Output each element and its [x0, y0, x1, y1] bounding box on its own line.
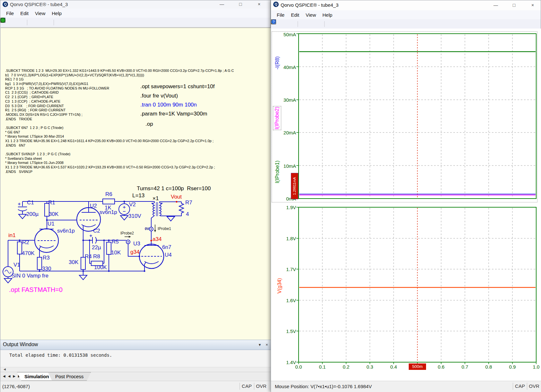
label-iprobe2[interactable]: IProbe2	[120, 231, 134, 235]
tab-first-icon[interactable]: ◀	[2, 374, 7, 379]
label-turns-ratio[interactable]: ×1	[153, 195, 159, 202]
label-r3-value[interactable]: 330	[42, 266, 51, 272]
capacitor-c2[interactable]	[90, 234, 97, 243]
capacitor-c1[interactable]	[18, 201, 27, 219]
collapse-icon[interactable]: ▾	[257, 342, 263, 348]
label-r4[interactable]: R4	[85, 253, 92, 260]
label-inductance[interactable]: L=13	[132, 192, 144, 199]
cursor-x-readout[interactable]: 500m	[409, 363, 426, 370]
label-c1[interactable]: C1	[27, 200, 34, 206]
label-r3[interactable]: R3	[43, 255, 50, 261]
output-window-header[interactable]: Output Window ▾ ×	[0, 340, 271, 350]
label-r5[interactable]: R5	[112, 239, 119, 245]
label-v1-value[interactable]: SIN 0 Vamp fre	[12, 273, 48, 279]
caps-indicator: CAP	[513, 383, 527, 390]
label-v2-value[interactable]: 310V	[128, 213, 141, 219]
x-tick: 0.8	[482, 364, 495, 370]
x-tick: 0.6	[435, 364, 448, 370]
tab-prev-icon[interactable]: ◀	[7, 374, 12, 379]
pane-selection-outline	[272, 31, 537, 202]
tab-next-icon[interactable]: ▶	[12, 374, 17, 379]
run-icon[interactable]	[71, 19, 78, 26]
close-icon[interactable]: ×	[254, 1, 265, 7]
overwrite-indicator: OVR	[254, 383, 268, 390]
maximize-icon[interactable]: □	[235, 1, 246, 7]
resistor-r4[interactable]	[79, 240, 87, 280]
label-r1-value[interactable]: 30K	[49, 211, 58, 217]
label-v1[interactable]: V1	[13, 262, 20, 268]
label-r2[interactable]: R2	[22, 239, 29, 246]
cursor-coordinates: (1276,-6087)	[2, 384, 30, 389]
net-label-g34[interactable]: g34	[130, 249, 139, 255]
open-file-icon[interactable]	[10, 19, 17, 26]
horizontal-scrollbar[interactable]: ◀	[0, 367, 271, 372]
label-r7-value[interactable]: 4	[186, 211, 189, 217]
minimize-icon[interactable]: —	[216, 1, 227, 7]
label-iprobe1[interactable]: IProbe1	[158, 226, 171, 231]
label-c2-value[interactable]: 22µ	[92, 244, 101, 251]
waveform-window[interactable]: Q Qorvo QSPICE® - tube4_3 — □ × File Edi…	[271, 0, 541, 392]
directive-fastmath[interactable]: .opt FASTMATH=0	[9, 286, 63, 294]
resistor-r3[interactable]	[37, 257, 42, 271]
signal-label-minus-ir8[interactable]: -I(R8)	[275, 56, 280, 70]
net-label-a34[interactable]: a34	[153, 236, 161, 243]
label-u4-model[interactable]: 6n7	[162, 244, 171, 251]
label-u1[interactable]: U1	[48, 221, 55, 227]
label-v2[interactable]: V2	[129, 201, 136, 208]
scroll-left-icon[interactable]: ◀	[4, 368, 6, 371]
source-v2[interactable]	[119, 201, 130, 220]
elapsed-time-text: Total elapsed time: 0.0131538 seconds.	[9, 353, 112, 358]
resistor-r6[interactable]	[103, 199, 115, 204]
resistor-r5[interactable]	[107, 240, 111, 271]
tab-post-process[interactable]: Post Process	[48, 372, 91, 381]
label-r7[interactable]: R7	[185, 200, 192, 206]
label-u1-model[interactable]: sv6n1p	[57, 228, 75, 234]
net-label-vout[interactable]: Vout	[171, 194, 182, 200]
resistor-r7[interactable]	[160, 202, 184, 221]
label-c2[interactable]: C2	[93, 228, 100, 234]
y-tick: 1.6V	[282, 298, 296, 303]
menu-edit[interactable]: Edit	[17, 10, 32, 17]
save-icon[interactable]	[18, 19, 25, 26]
label-r8[interactable]: R8	[93, 253, 100, 260]
schematic-window[interactable]: Q Qorvo QSPICE® - tube4_3 — □ × File Edi…	[0, 0, 271, 392]
label-r6-value[interactable]: 1K	[105, 205, 111, 211]
signal-label-iprobe2[interactable]: I(IProbe2)	[273, 106, 281, 130]
left-titlebar[interactable]: Q Qorvo QSPICE® - tube4_3 — □ ×	[0, 0, 270, 9]
signal-label-iprobe1[interactable]: I(IProbe1)	[275, 160, 280, 183]
label-u4[interactable]: U4	[165, 252, 172, 258]
menu-view[interactable]: View	[32, 10, 48, 17]
print-icon[interactable]	[56, 19, 63, 26]
cursor-y-readout[interactable]: 1.29811mA	[291, 173, 298, 199]
output-close-icon[interactable]: ×	[264, 342, 270, 348]
label-r2-value[interactable]: 470K	[22, 250, 35, 257]
y-tick: 30mA	[282, 97, 296, 103]
tab-bar: ◀ ◀ ▶ ▶ Simulation Post Process	[0, 372, 271, 381]
label-r8-value[interactable]: 100K	[94, 264, 107, 271]
label-r4-value[interactable]: 30K	[69, 259, 78, 266]
tube-u4[interactable]	[139, 244, 164, 271]
tube-u1[interactable]	[35, 229, 58, 257]
help-icon[interactable]: ?	[63, 19, 70, 26]
net-label-in1[interactable]: in1	[8, 232, 16, 239]
x-tick: 0.1	[316, 364, 329, 370]
label-transformer-params[interactable]: Turns=42 1 c=100p Rser=100	[137, 185, 211, 192]
transformer[interactable]	[152, 201, 181, 216]
resistor-r8[interactable]	[90, 240, 104, 266]
cut-icon[interactable]	[29, 19, 36, 26]
label-u3[interactable]: U3	[133, 241, 140, 247]
label-c1-value[interactable]: 200µ	[26, 211, 39, 217]
menu-file[interactable]: File	[3, 10, 17, 17]
menu-help[interactable]: Help	[48, 10, 65, 17]
x-tick: 0.7	[458, 364, 471, 370]
paste-icon[interactable]	[44, 19, 51, 26]
label-u2[interactable]: U2	[90, 203, 97, 209]
schematic-canvas[interactable]: .SUBCKT TRIODE 1 2 3 MU=29.30 EX=1.332 K…	[1, 28, 271, 340]
copy-icon[interactable]	[37, 19, 44, 26]
label-r5-value[interactable]: 10K	[111, 250, 121, 256]
signal-label-vg34[interactable]: V(g34)	[277, 278, 283, 294]
label-r6[interactable]: R6	[105, 191, 112, 198]
label-r1[interactable]: R1	[48, 200, 55, 206]
output-window-text[interactable]: Total elapsed time: 0.0131538 seconds.	[0, 350, 271, 367]
y-tick: 1.5V	[282, 328, 296, 334]
